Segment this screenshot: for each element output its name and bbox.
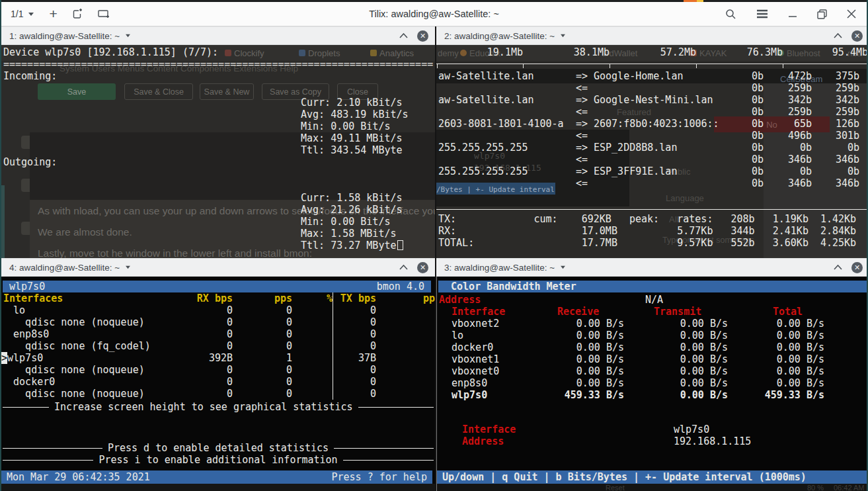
iftop-rate-40s: 375b <box>812 70 859 82</box>
cbm-receive-rate: 0.00 B/s <box>558 377 624 389</box>
iftop-rate-40s: 301b <box>812 130 859 142</box>
iftop-rate-2s: 0b <box>736 142 764 154</box>
cbm-header-transmit: Transmit <box>654 306 701 318</box>
iftop-dst-host <box>594 130 736 142</box>
iftop-scale-tick <box>437 64 438 68</box>
bmon-rx-pps: 0 <box>233 328 292 340</box>
nload-device-line: Device wlp7s0 [192.168.1.115] (7/7): <box>3 46 218 58</box>
pane-4-maximize-icon[interactable] <box>399 265 408 270</box>
cbm-receive-rate: 0.00 B/s <box>558 330 624 341</box>
cbm-info-interface-value: wlp7s0 <box>674 424 709 435</box>
pane-1-title-button[interactable]: 1: awalding@aw-Satellite: ~ <box>9 27 131 44</box>
add-terminal-right-icon[interactable] <box>72 9 83 20</box>
iftop-direction-arrow: <= <box>576 130 594 142</box>
minimize-button[interactable] <box>788 10 797 18</box>
bmon-interfaces-table: Interfaces RX bps pps % TX bps pp lo 0 0… <box>1 292 435 400</box>
terminal-pane-2-iftop[interactable]: demy Eduonix ardWallet KAYAK Bluehost ri… <box>436 45 868 258</box>
pane-1-close-button[interactable]: ✕ <box>417 30 428 42</box>
ghost-bookmark: Analytics <box>379 48 414 58</box>
iftop-src-host <box>438 130 576 142</box>
iftop-direction-arrow: <= <box>576 82 594 94</box>
bmon-rx-bps: 0 <box>190 316 233 328</box>
cbm-transmit-rate: 0.00 B/s <box>624 330 728 341</box>
nload-stat-line: Avg: 483.19 kBit/s <box>301 109 409 120</box>
cbm-interface-name: vboxnet2 <box>437 318 558 330</box>
iftop-scale-line <box>436 64 868 64</box>
iftop-rate-2s: 0b <box>736 106 764 118</box>
bmon-header-interfaces: Interfaces <box>1 292 190 304</box>
pane-2-title-button[interactable]: 2: awalding@aw-Satellite: ~ <box>444 27 566 44</box>
pane-2-close-button[interactable]: ✕ <box>851 30 863 42</box>
cbm-total-rate: 0.00 B/s <box>728 318 824 330</box>
iftop-dst-host: Google-Nest-Mini.lan <box>594 94 736 106</box>
nload-stat-line: Avg: 21.26 kBit/s <box>301 204 403 216</box>
restore-button[interactable] <box>817 9 827 19</box>
iftop-scale-tick <box>610 64 610 68</box>
cbm-transmit-rate: 0.00 B/s <box>624 318 728 330</box>
bmon-interface-name: qdisc none (noqueue) <box>1 316 190 328</box>
cbm-transmit-rate: 0.00 B/s <box>624 341 728 353</box>
iftop-dst-host <box>594 154 736 165</box>
pane-4-close-button[interactable]: ✕ <box>417 262 428 273</box>
pane-3-title-button[interactable]: 3: awalding@aw-Satellite: ~ <box>444 259 566 276</box>
search-icon[interactable] <box>725 9 736 20</box>
cbm-statusbar: Up/down | q Quit | b Bits/Bytes | +- Upd… <box>437 470 868 484</box>
iftop-dst-host: ESP_3FF91E.lan <box>594 165 736 177</box>
ghost-bookmark: demy <box>438 48 459 58</box>
cbm-interface-name: enp8s0 <box>437 377 558 389</box>
bmon-notice-line: Increase screen height to see graphical … <box>3 401 434 413</box>
terminal-pane-1-nload[interactable]: Clockify Droplets Analytics System Users… <box>1 45 435 258</box>
chevron-down-icon <box>560 34 566 38</box>
ghost-bookmark-icon <box>299 50 305 56</box>
bmon-percent <box>292 304 333 316</box>
chevron-down-icon <box>125 34 131 38</box>
close-button[interactable] <box>847 9 856 19</box>
bmon-hint-line: Press d to enable detailed statistics <box>3 442 434 454</box>
iftop-scale-tick <box>783 64 783 68</box>
iftop-scale-label: 57.2Mb <box>660 46 696 58</box>
terminal-pane-4-bmon[interactable]: wlp7s0 bmon 4.0 Interfaces RX bps pps % … <box>1 277 435 491</box>
pane-2-maximize-icon[interactable] <box>834 33 842 38</box>
add-terminal-down-icon[interactable] <box>98 9 110 19</box>
cbm-total-rate: 0.00 B/s <box>728 341 824 353</box>
cbm-total-rate: 0.00 B/s <box>728 365 824 377</box>
iftop-rate-10s: 259b <box>764 106 812 118</box>
iftop-rate-10s: 0b <box>764 165 812 177</box>
menu-icon[interactable] <box>756 9 768 19</box>
iftop-src-host <box>438 82 576 94</box>
session-counter: 1/1 <box>11 9 23 19</box>
cbm-interface-name: wlp7s0 <box>437 389 558 401</box>
session-switcher[interactable]: 1/1 <box>11 9 34 19</box>
bmon-header-tx-bps: TX bps <box>333 292 376 304</box>
cbm-info-interface-label: Interface <box>462 424 516 435</box>
nload-stat-line: Min: 0.00 Bit/s <box>301 216 403 228</box>
bmon-tx-pps <box>376 364 435 376</box>
iftop-src-host <box>438 106 576 118</box>
terminal-pane-3-cbm[interactable]: Color Bandwidth Meter Address N/A Interf… <box>436 277 868 491</box>
bmon-percent <box>292 376 333 388</box>
nload-stat-line: Curr: 2.10 kBit/s <box>301 97 409 109</box>
nload-stat-line: Max: 49.11 MBit/s <box>301 132 409 144</box>
iftop-rate-10s: 346b <box>764 154 812 165</box>
iftop-direction-arrow: => <box>576 70 594 82</box>
pane-2-titlebar: 2: awalding@aw-Satellite: ~ ✕ <box>436 26 868 45</box>
bmon-rx-bps: 0 <box>190 376 233 388</box>
pane-1-maximize-icon[interactable] <box>399 33 408 38</box>
iftop-rate-10s: 496b <box>764 130 812 142</box>
bmon-interface-name: qdisc none (noqueue) <box>1 388 190 400</box>
ghost-form-label: Language <box>666 193 704 203</box>
bmon-hint-text: Press d to enable detailed statistics <box>108 442 329 454</box>
cbm-receive-rate: 0.00 B/s <box>558 341 624 353</box>
bmon-interface-name: enp8s0 <box>1 328 190 340</box>
new-session-button[interactable]: + <box>49 6 57 22</box>
cbm-transmit-rate: 0.00 B/s <box>624 389 728 401</box>
ghost-taskbar-zoom: 80 % <box>807 484 824 491</box>
iftop-footer-total: TOTAL: 17.7MB 9.57Kb 552b 3.60Kb 4.25Kb <box>438 237 856 249</box>
pane-4-title-button[interactable]: 4: awalding@aw-Satellite: ~ <box>9 259 131 276</box>
iftop-dst-host: ESP_2DD8B8.lan <box>594 142 736 154</box>
cbm-receive-rate: 0.00 B/s <box>558 318 624 330</box>
iftop-scale-tick <box>523 64 524 68</box>
pane-3-close-button[interactable]: ✕ <box>851 262 863 273</box>
bmon-tx-bps: 0 <box>333 340 376 352</box>
pane-3-maximize-icon[interactable] <box>834 265 842 270</box>
